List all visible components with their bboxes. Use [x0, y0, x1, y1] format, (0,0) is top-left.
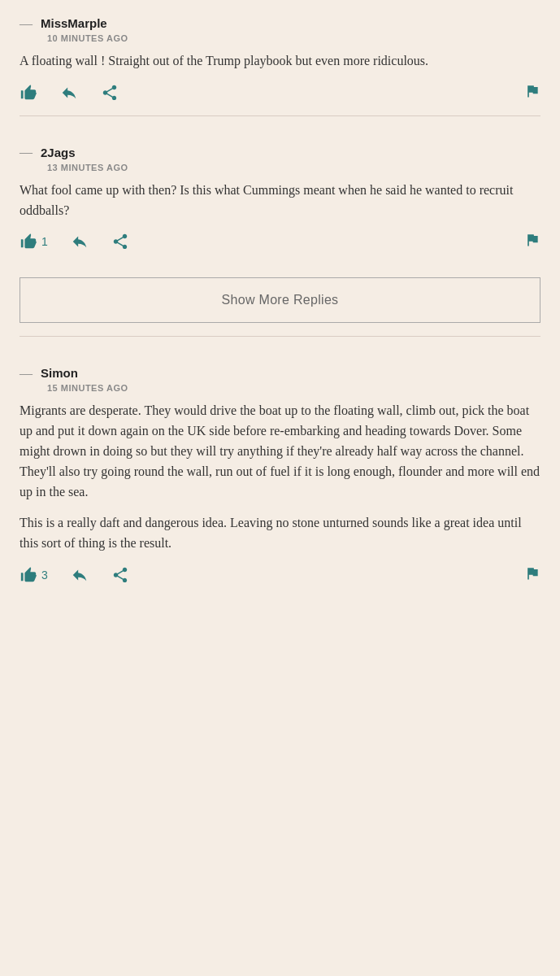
like-button[interactable]: 1 — [20, 233, 48, 251]
flag-icon — [524, 565, 540, 582]
flag-icon — [524, 83, 540, 99]
comment-actions: 3 — [20, 565, 540, 598]
like-count: 3 — [41, 569, 48, 582]
comment-actions: 1 — [20, 232, 540, 264]
flag-icon — [524, 232, 540, 248]
reply-button[interactable] — [71, 233, 89, 251]
timestamp: 15 MINUTES AGO — [47, 383, 540, 393]
like-button[interactable] — [20, 84, 37, 102]
show-more-container: Show More Replies — [0, 264, 560, 336]
username: Simon — [41, 366, 78, 380]
comment-header: — Simon — [20, 366, 540, 380]
collapse-icon[interactable]: — — [20, 17, 33, 30]
comment-body: A floating wall ! Straight out of the Tr… — [20, 51, 540, 72]
share-icon — [111, 566, 129, 584]
flag-button[interactable] — [524, 232, 540, 251]
reply-icon — [71, 233, 89, 251]
share-button[interactable] — [111, 233, 129, 251]
username: 2Jags — [41, 146, 76, 159]
username: MissMarple — [41, 16, 107, 30]
comment-section: — MissMarple 10 MINUTES AGO A floating w… — [0, 0, 560, 598]
comment-header: — 2Jags — [20, 146, 540, 159]
reply-icon — [60, 84, 78, 102]
comment-body: What fool came up with then? Is this wha… — [20, 181, 540, 221]
share-icon — [111, 233, 129, 251]
like-count: 1 — [41, 235, 48, 248]
reply-button[interactable] — [71, 566, 89, 584]
timestamp: 10 MINUTES AGO — [47, 33, 540, 43]
timestamp: 13 MINUTES AGO — [47, 163, 540, 172]
collapse-icon[interactable]: — — [20, 146, 33, 159]
reply-icon — [71, 566, 89, 584]
comment-header: — MissMarple — [20, 16, 540, 30]
thumbs-up-icon — [20, 233, 37, 251]
thumbs-up-icon — [20, 84, 37, 102]
share-button[interactable] — [101, 84, 119, 102]
comment-missmarple: — MissMarple 10 MINUTES AGO A floating w… — [0, 0, 560, 115]
thumbs-up-icon — [20, 566, 37, 584]
comment-2jags: — 2Jags 13 MINUTES AGO What fool came up… — [0, 129, 560, 265]
comment-body: Migrants are desperate. They would drive… — [20, 401, 540, 554]
flag-button[interactable] — [524, 83, 540, 102]
comment-actions — [20, 83, 540, 115]
share-button[interactable] — [111, 566, 129, 584]
flag-button[interactable] — [524, 565, 540, 585]
collapse-icon[interactable]: — — [20, 367, 33, 380]
like-button[interactable]: 3 — [20, 566, 48, 584]
reply-button[interactable] — [60, 84, 78, 102]
show-more-replies-button[interactable]: Show More Replies — [20, 277, 540, 323]
comment-simon: — Simon 15 MINUTES AGO Migrants are desp… — [0, 350, 560, 598]
share-icon — [101, 84, 119, 102]
